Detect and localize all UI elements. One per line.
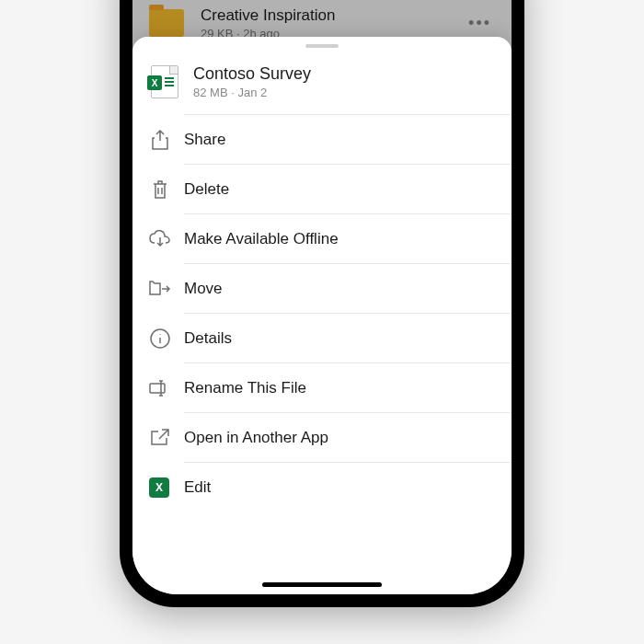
rename-label: Rename This File xyxy=(184,379,306,397)
action-list: Share Delete xyxy=(132,114,512,594)
openin-label: Open in Another App xyxy=(184,429,328,447)
cloud-download-icon xyxy=(149,228,171,250)
rename-icon xyxy=(149,377,171,399)
share-icon xyxy=(149,129,171,151)
edit-label: Edit xyxy=(184,478,211,497)
sheet-grabber[interactable] xyxy=(305,44,339,48)
info-icon xyxy=(149,328,171,350)
svg-rect-1 xyxy=(150,384,165,393)
share-label: Share xyxy=(184,131,225,149)
sheet-header: X Contoso Survey 82 MB · Jan 2 xyxy=(132,52,512,114)
open-external-icon xyxy=(149,427,171,449)
phone-frame: Creative Inspiration 29 KB · 2h ago ••• … xyxy=(120,0,524,607)
rename-row[interactable]: Rename This File xyxy=(184,362,512,412)
delete-row[interactable]: Delete xyxy=(184,164,512,213)
excel-app-icon: X xyxy=(149,477,169,498)
move-icon xyxy=(149,278,171,300)
home-indicator[interactable] xyxy=(262,582,382,587)
screen: Creative Inspiration 29 KB · 2h ago ••• … xyxy=(132,0,512,594)
move-label: Move xyxy=(184,280,223,298)
edit-row[interactable]: X Edit xyxy=(184,462,512,512)
file-name: Contoso Survey xyxy=(193,64,311,84)
excel-file-icon: X xyxy=(151,65,178,98)
openin-row[interactable]: Open in Another App xyxy=(184,412,512,462)
offline-row[interactable]: Make Available Offline xyxy=(184,213,512,263)
details-label: Details xyxy=(184,329,232,348)
move-row[interactable]: Move xyxy=(184,263,512,313)
trash-icon xyxy=(149,178,171,201)
offline-label: Make Available Offline xyxy=(184,230,339,248)
delete-label: Delete xyxy=(184,180,229,199)
share-row[interactable]: Share xyxy=(184,114,512,164)
file-meta: 82 MB · Jan 2 xyxy=(193,86,311,99)
details-row[interactable]: Details xyxy=(184,313,512,362)
action-sheet: X Contoso Survey 82 MB · Jan 2 xyxy=(132,37,512,594)
